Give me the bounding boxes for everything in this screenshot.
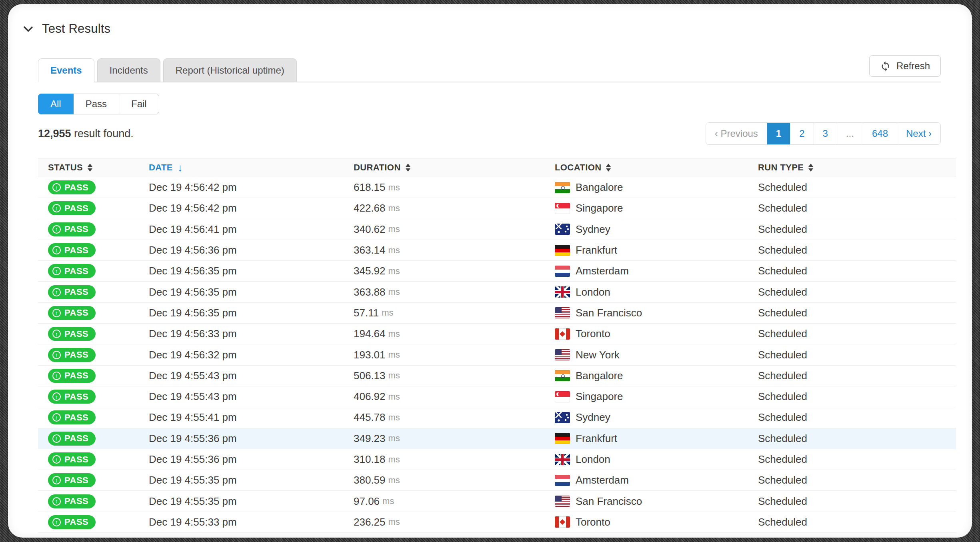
status-badge: ↑ PASS <box>48 410 96 424</box>
run-type-cell: Scheduled <box>758 181 956 194</box>
table-row[interactable]: ↑ PASS Dec 19 4:55:36 pm 349.23 ms Frank… <box>38 428 956 449</box>
run-type-cell: Scheduled <box>758 223 956 236</box>
status-badge-label: PASS <box>64 392 88 402</box>
location-name: Sydney <box>576 411 610 424</box>
duration-cell: 345.92 ms <box>354 265 555 277</box>
duration-value: 349.23 <box>354 432 386 445</box>
duration-cell: 57.11 ms <box>354 307 555 319</box>
pass-arrow-up-icon: ↑ <box>52 309 61 317</box>
flag-nl-icon <box>555 475 570 486</box>
duration-cell: 363.14 ms <box>354 244 555 256</box>
table-row[interactable]: ↑ PASS Dec 19 4:55:43 pm 506.13 ms Banga… <box>38 366 956 386</box>
table-row[interactable]: ↑ PASS Dec 19 4:56:35 pm 363.88 ms Londo… <box>38 282 956 302</box>
duration-cell: 193.01 ms <box>354 349 555 361</box>
status-cell: ↑ PASS <box>48 452 149 466</box>
duration-value: 193.01 <box>354 349 386 361</box>
date-cell: Dec 19 4:55:35 pm <box>149 474 354 486</box>
status-filter-group: AllPassFail <box>38 94 159 114</box>
duration-value: 506.13 <box>354 370 386 382</box>
location-cell: Toronto <box>555 328 758 340</box>
location-cell: Frankfurt <box>555 432 758 445</box>
table-row[interactable]: ↑ PASS Dec 19 4:56:33 pm 194.64 ms Toron… <box>38 324 956 344</box>
status-cell: ↑ PASS <box>48 390 149 404</box>
location-name: Bangalore <box>576 370 623 382</box>
run-type-cell: Scheduled <box>758 453 956 466</box>
table-row[interactable]: ↑ PASS Dec 19 4:56:35 pm 57.11 ms San Fr… <box>38 303 956 324</box>
table-row[interactable]: ↑ PASS Dec 19 4:55:35 pm 97.06 ms San Fr… <box>38 491 956 512</box>
table-row[interactable]: ↑ PASS Dec 19 4:56:36 pm 363.14 ms Frank… <box>38 240 956 261</box>
duration-cell: 236.25 ms <box>354 516 555 528</box>
filter-button-fail[interactable]: Fail <box>119 94 159 114</box>
status-badge-label: PASS <box>64 329 88 339</box>
location-name: Singapore <box>576 390 623 403</box>
table-row[interactable]: ↑ PASS Dec 19 4:55:33 pm 236.25 ms Toron… <box>38 512 956 533</box>
column-header-status[interactable]: STATUS <box>48 162 149 173</box>
table-row[interactable]: ↑ PASS Dec 19 4:55:43 pm 406.92 ms Singa… <box>38 386 956 407</box>
tab-events[interactable]: Events <box>38 58 94 82</box>
table-row[interactable]: ↑ PASS Dec 19 4:56:42 pm 618.15 ms Banga… <box>38 177 956 198</box>
filter-button-all[interactable]: All <box>38 94 74 114</box>
duration-value: 310.18 <box>354 453 386 466</box>
table-row[interactable]: ↑ PASS Dec 19 4:56:41 pm 340.62 ms Sydne… <box>38 219 956 240</box>
location-name: Amsterdam <box>576 265 629 277</box>
status-badge-label: PASS <box>64 245 88 256</box>
duration-cell: 380.59 ms <box>354 474 555 486</box>
location-name: San Francisco <box>576 495 642 508</box>
pagination-ellipsis: ... <box>837 123 863 144</box>
status-badge: ↑ PASS <box>48 494 96 508</box>
pass-arrow-up-icon: ↑ <box>52 497 61 506</box>
location-name: Amsterdam <box>576 474 629 486</box>
results-row: 12,955 result found. ‹ Previous123...648… <box>38 122 941 145</box>
table-row[interactable]: ↑ PASS Dec 19 4:56:32 pm 193.01 ms New Y… <box>38 344 956 365</box>
table-row[interactable]: ↑ PASS Dec 19 4:55:35 pm 380.59 ms Amste… <box>38 470 956 491</box>
pagination-next[interactable]: Next › <box>897 123 940 144</box>
location-cell: New York <box>555 349 758 361</box>
column-header-duration[interactable]: DURATION <box>354 162 555 173</box>
tabs-bar: EventsIncidentsReport (Historical uptime… <box>38 54 941 82</box>
table-row[interactable]: ↑ PASS Dec 19 4:55:41 pm 445.78 ms Sydne… <box>38 407 956 428</box>
duration-cell: 422.68 ms <box>354 202 555 214</box>
table-row[interactable]: ↑ PASS Dec 19 4:56:35 pm 345.92 ms Amste… <box>38 261 956 282</box>
table-header-row: STATUSDATE↓DURATIONLOCATIONRUN TYPE <box>38 158 956 177</box>
status-badge-label: PASS <box>64 266 88 276</box>
table-row[interactable]: ↑ PASS Dec 19 4:56:42 pm 422.68 ms Singa… <box>38 198 956 219</box>
pass-arrow-up-icon: ↑ <box>52 225 61 234</box>
pagination-prev[interactable]: ‹ Previous <box>706 123 767 144</box>
status-badge: ↑ PASS <box>48 452 96 466</box>
status-badge-label: PASS <box>64 350 88 360</box>
status-cell: ↑ PASS <box>48 327 149 341</box>
tab-report-historical-uptime[interactable]: Report (Historical uptime) <box>163 58 297 82</box>
tab-incidents[interactable]: Incidents <box>97 58 160 82</box>
column-label: DATE <box>149 162 173 173</box>
column-header-location[interactable]: LOCATION <box>555 162 758 173</box>
date-cell: Dec 19 4:55:33 pm <box>149 516 354 528</box>
status-badge: ↑ PASS <box>48 180 96 194</box>
column-header-date[interactable]: DATE↓ <box>149 162 354 173</box>
filter-button-pass[interactable]: Pass <box>73 94 119 114</box>
collapse-chevron-icon[interactable] <box>23 22 33 32</box>
status-badge: ↑ PASS <box>48 432 96 446</box>
duration-value: 618.15 <box>354 181 386 194</box>
duration-unit: ms <box>388 475 400 486</box>
status-cell: ↑ PASS <box>48 473 149 487</box>
pagination-page-3[interactable]: 3 <box>814 123 837 144</box>
status-badge: ↑ PASS <box>48 201 96 215</box>
sort-icon <box>406 164 410 172</box>
run-type-cell: Scheduled <box>758 390 956 403</box>
pass-arrow-up-icon: ↑ <box>52 330 61 338</box>
refresh-button[interactable]: Refresh <box>869 55 941 77</box>
location-name: London <box>576 286 610 298</box>
date-cell: Dec 19 4:55:36 pm <box>149 453 354 466</box>
location-cell: London <box>555 286 758 298</box>
status-cell: ↑ PASS <box>48 285 149 299</box>
status-badge: ↑ PASS <box>48 264 96 278</box>
duration-cell: 618.15 ms <box>354 181 555 194</box>
run-type-cell: Scheduled <box>758 202 956 214</box>
pagination-page-1[interactable]: 1 <box>767 123 790 144</box>
table-row[interactable]: ↑ PASS Dec 19 4:55:36 pm 310.18 ms Londo… <box>38 449 956 470</box>
date-cell: Dec 19 4:55:41 pm <box>149 411 354 424</box>
column-header-run-type[interactable]: RUN TYPE <box>758 162 956 173</box>
result-count: 12,955 result found. <box>38 128 134 140</box>
pagination-page-648[interactable]: 648 <box>863 123 897 144</box>
pagination-page-2[interactable]: 2 <box>790 123 813 144</box>
